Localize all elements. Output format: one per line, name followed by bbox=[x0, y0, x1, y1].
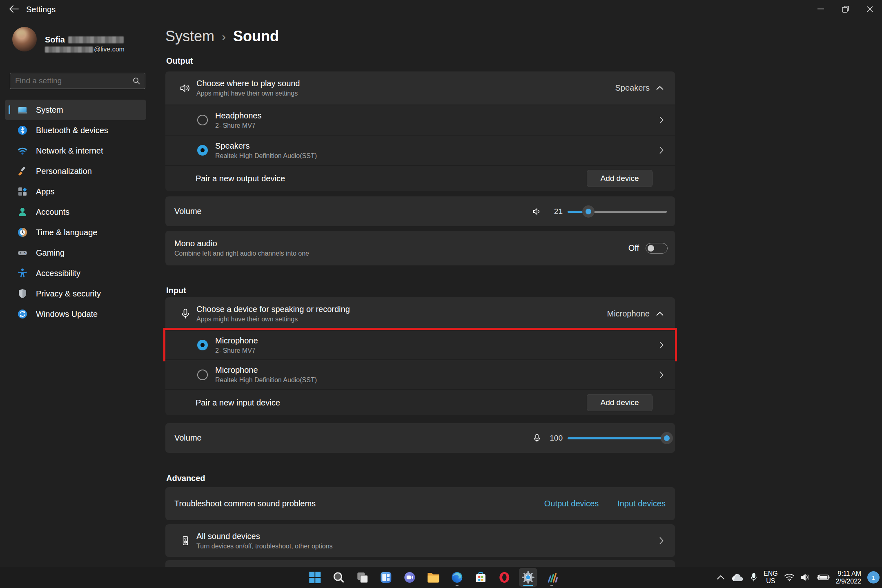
sidebar-item-gaming[interactable]: Gaming bbox=[5, 243, 146, 263]
system-icon bbox=[17, 105, 28, 115]
avatar[interactable] bbox=[12, 27, 37, 51]
radio-selected[interactable] bbox=[197, 340, 208, 350]
sidebar-item-personalization[interactable]: Personalization bbox=[5, 161, 146, 181]
taskbar-center bbox=[306, 567, 561, 588]
sidebar-item-windows-update[interactable]: Windows Update bbox=[5, 304, 146, 324]
mono-audio-state: Off bbox=[628, 243, 639, 253]
output-section-header: Output bbox=[166, 56, 193, 66]
task-view-button[interactable] bbox=[353, 568, 371, 587]
chevron-right-icon bbox=[659, 116, 664, 124]
chevron-up-icon[interactable] bbox=[656, 312, 664, 316]
onedrive-icon[interactable] bbox=[731, 573, 744, 581]
sidebar-item-label: Windows Update bbox=[36, 310, 98, 319]
battery-icon[interactable] bbox=[817, 574, 830, 581]
tray-chevron-up-icon[interactable] bbox=[717, 575, 725, 580]
output-device-row-headphones[interactable]: Headphones 2- Shure MV7 bbox=[165, 105, 675, 135]
device-detail: 2- Shure MV7 bbox=[215, 347, 258, 354]
start-icon bbox=[309, 571, 321, 584]
sidebar-item-accessibility[interactable]: Accessibility bbox=[5, 263, 146, 283]
input-device-row-shure-highlighted[interactable]: Microphone 2- Shure MV7 bbox=[165, 330, 675, 359]
task-view-icon bbox=[356, 571, 368, 584]
toggle-knob bbox=[648, 245, 654, 252]
whiteboard-button[interactable] bbox=[543, 568, 561, 587]
back-button[interactable] bbox=[6, 2, 22, 16]
pair-input-device-row: Pair a new input device Add device bbox=[165, 389, 675, 415]
radio-selected[interactable] bbox=[197, 145, 208, 156]
settings-button-active[interactable] bbox=[519, 568, 537, 587]
network-icon bbox=[17, 145, 28, 156]
search-box[interactable] bbox=[10, 73, 145, 89]
tray-date: 2/9/2022 bbox=[836, 577, 861, 585]
input-volume-slider[interactable] bbox=[568, 432, 667, 444]
minimize-button[interactable] bbox=[808, 0, 833, 18]
clock[interactable]: 9:11 AM2/9/2022 bbox=[836, 570, 861, 585]
tray-time: 9:11 AM bbox=[836, 570, 861, 577]
tray-microphone-icon[interactable] bbox=[750, 572, 757, 582]
wifi-icon[interactable] bbox=[784, 573, 795, 581]
opera-icon bbox=[498, 571, 510, 584]
mono-audio-toggle[interactable] bbox=[646, 243, 668, 254]
input-devices-link[interactable]: Input devices bbox=[617, 499, 666, 508]
breadcrumb-parent[interactable]: System bbox=[165, 28, 214, 45]
input-chooser-title: Choose a device for speaking or recordin… bbox=[196, 305, 350, 314]
output-devices-link[interactable]: Output devices bbox=[544, 499, 599, 508]
language-indicator[interactable]: ENGUS bbox=[764, 570, 778, 585]
whiteboard-icon bbox=[546, 571, 558, 584]
file-explorer-button[interactable] bbox=[424, 568, 442, 587]
sidebar-item-accounts[interactable]: Accounts bbox=[5, 202, 146, 222]
notification-badge[interactable]: 1 bbox=[867, 571, 880, 584]
input-chooser-row[interactable]: Choose a device for speaking or recordin… bbox=[165, 297, 675, 330]
volume-mic-icon[interactable] bbox=[532, 433, 542, 443]
start-button[interactable] bbox=[306, 568, 324, 587]
sidebar-nav: System Bluetooth & devices Network & int… bbox=[5, 100, 146, 324]
sidebar-item-privacy[interactable]: Privacy & security bbox=[5, 283, 146, 304]
sidebar-item-bluetooth[interactable]: Bluetooth & devices bbox=[5, 120, 146, 140]
chevron-up-icon[interactable] bbox=[656, 86, 664, 90]
output-chooser-row[interactable]: Choose where to play sound Apps might ha… bbox=[165, 71, 675, 105]
taskbar-search-button[interactable] bbox=[330, 568, 347, 587]
output-device-row-speakers[interactable]: Speakers Realtek High Definition Audio(S… bbox=[165, 135, 675, 165]
breadcrumb-separator-icon: › bbox=[222, 29, 226, 44]
sidebar-item-system[interactable]: System bbox=[5, 100, 146, 120]
redacted-email-prefix bbox=[45, 47, 93, 53]
restore-button[interactable] bbox=[833, 0, 858, 18]
add-input-device-button[interactable]: Add device bbox=[587, 394, 653, 411]
edge-icon bbox=[451, 571, 463, 584]
sidebar-item-network[interactable]: Network & internet bbox=[5, 140, 146, 161]
settings-window: Settings Sofia @live.com bbox=[0, 0, 882, 588]
page-title: Sound bbox=[233, 28, 279, 45]
sidebar-item-label: Gaming bbox=[36, 248, 65, 258]
store-button[interactable] bbox=[472, 568, 490, 587]
sidebar-item-label: Apps bbox=[36, 187, 55, 196]
input-device-row-realtek[interactable]: Microphone Realtek High Definition Audio… bbox=[165, 359, 675, 389]
add-output-device-button[interactable]: Add device bbox=[587, 170, 653, 187]
search-input[interactable] bbox=[15, 76, 133, 85]
chat-button[interactable] bbox=[401, 568, 419, 587]
widgets-button[interactable] bbox=[377, 568, 395, 587]
output-volume-label: Volume bbox=[174, 207, 202, 216]
sidebar-item-apps[interactable]: Apps bbox=[5, 181, 146, 202]
tray-volume-icon[interactable] bbox=[801, 573, 811, 581]
device-name: Microphone bbox=[215, 365, 317, 375]
all-sound-devices-row[interactable]: All sound devices Turn devices on/off, t… bbox=[165, 524, 675, 557]
edge-button[interactable] bbox=[448, 568, 466, 587]
active-indicator bbox=[523, 585, 533, 586]
sidebar-item-label: Privacy & security bbox=[36, 289, 101, 298]
radio-unselected[interactable] bbox=[197, 370, 208, 380]
chevron-right-icon bbox=[659, 341, 664, 349]
slider-handle[interactable] bbox=[661, 432, 673, 444]
output-volume-slider[interactable] bbox=[568, 205, 667, 218]
slider-fill bbox=[568, 437, 667, 439]
mono-audio-subtitle: Combine left and right audio channels in… bbox=[174, 250, 309, 257]
close-button[interactable] bbox=[858, 0, 882, 18]
windows-update-icon bbox=[17, 309, 28, 319]
store-icon bbox=[474, 571, 487, 584]
radio-unselected[interactable] bbox=[197, 115, 208, 125]
opera-button[interactable] bbox=[495, 568, 513, 587]
window-title: Settings bbox=[26, 5, 56, 14]
slider-handle[interactable] bbox=[582, 205, 595, 218]
volume-speaker-icon[interactable] bbox=[532, 206, 542, 217]
sidebar-item-time-language[interactable]: Time & language bbox=[5, 222, 146, 243]
input-chooser-subtitle: Apps might have their own settings bbox=[196, 316, 350, 323]
device-name: Microphone bbox=[215, 336, 258, 345]
